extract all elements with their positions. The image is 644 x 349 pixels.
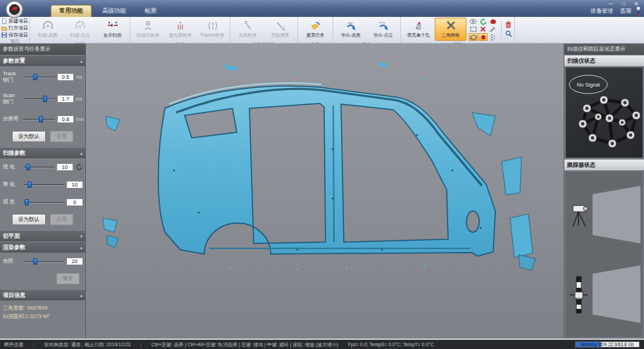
section-header-parameter-settings[interactable]: 参数设置▴	[0, 56, 85, 66]
scan-pointcloud-button[interactable]: 扫描-点云	[64, 18, 96, 41]
section-header-project-info[interactable]: 项目信息▴	[0, 290, 85, 300]
ribbon-group-edit: 填充单个孔 三角网格	[401, 17, 515, 43]
track-shutter-value[interactable]: 0.5	[57, 73, 74, 81]
resolution-value[interactable]: 0.8	[57, 115, 74, 123]
scan-pointcloud-icon	[75, 20, 86, 31]
track-shutter-slider[interactable]	[23, 74, 55, 80]
parameters-panel-title: 参数设置与任务显示	[0, 44, 85, 55]
mouse-hints: Ctrl+左键: 选择 | Ctrl+Alt+左键: 取消选择 | 左键: 移动…	[151, 341, 338, 348]
menu-device-management[interactable]: 设备管理	[590, 7, 613, 15]
simplify-row: 简 化 10	[0, 176, 85, 193]
help-icon[interactable]	[635, 6, 642, 15]
section-header-render-parameters[interactable]: 渲染参数▴	[0, 242, 85, 253]
open-folder-icon	[1, 25, 7, 31]
lighting-value[interactable]: 20	[66, 258, 83, 265]
tracker-1-icon	[573, 205, 588, 227]
tab-inspection[interactable]: 检测	[137, 6, 164, 17]
start-measure-icon	[275, 20, 286, 31]
connection-status: 断开连接	[4, 341, 23, 348]
track-shutter-label-2: 快门	[3, 77, 13, 83]
collapse-arrow-icon: ▴	[80, 58, 82, 63]
set-default-button[interactable]: 设为默认	[12, 214, 46, 225]
merge-scan-button[interactable]: 合并扫描	[97, 18, 128, 41]
save-project-button[interactable]: 保存项目	[1, 32, 28, 38]
export-pointcloud-icon	[378, 20, 389, 31]
scanner-calibration-button[interactable]: 扫描仪校准	[132, 18, 163, 41]
resolution-slider[interactable]	[23, 116, 55, 122]
memory-text: Memory 36% 22.9/63.8 Gb	[576, 342, 639, 347]
apply-button[interactable]: 应用	[50, 131, 73, 142]
scan-shutter-slider[interactable]	[23, 96, 55, 102]
status-panel-title: 扫描仪和跟踪器状态显示	[564, 44, 644, 55]
simplify-slider[interactable]	[23, 182, 64, 188]
scan-surface-button[interactable]: 扫描-表面	[32, 18, 63, 41]
slider-thumb[interactable]	[33, 258, 37, 265]
fill-slider[interactable]	[23, 199, 64, 205]
start-measure-label: 开始测量	[271, 32, 290, 39]
section-header-scan-parameters[interactable]: 扫描参数▴	[0, 148, 85, 158]
section-header-tracker-status[interactable]: 跟踪器状态	[564, 159, 644, 170]
optimize-label: 优 化	[3, 164, 21, 170]
stylus-calibration-button[interactable]: 光笔校准	[232, 18, 264, 41]
track-shutter-row: Track快门 0.5 ms	[0, 66, 85, 88]
save-disk-icon	[1, 32, 7, 38]
reset-task-button[interactable]: 重置任务	[299, 18, 331, 41]
vertices-icon[interactable]	[488, 33, 497, 41]
app-logo[interactable]	[6, 1, 23, 18]
slider-thumb[interactable]	[25, 199, 29, 205]
scan-shutter-value[interactable]: 1.7	[57, 95, 74, 103]
optimize-slider[interactable]	[23, 164, 54, 170]
reset-render-button[interactable]: 重置	[56, 273, 80, 284]
triangle-count-row: 三角形数: 5487699	[3, 304, 82, 313]
new-project-button[interactable]: 新建项目	[1, 18, 28, 24]
slider-thumb[interactable]	[33, 74, 37, 80]
export-surface-icon	[345, 20, 357, 31]
refresh-selection-icon[interactable]	[478, 18, 488, 25]
red-region-icon[interactable]	[488, 18, 497, 25]
optimize-refresh-icon[interactable]	[75, 163, 83, 171]
slider-thumb[interactable]	[39, 116, 43, 122]
collapse-arrow-icon: ▴	[80, 293, 82, 298]
menu-options[interactable]: 选项	[620, 7, 631, 15]
rectangle-select-icon[interactable]	[469, 25, 478, 33]
triangle-count-value: 5487699	[27, 305, 47, 311]
section-header-scanner-status[interactable]: 扫描仪状态	[564, 55, 644, 66]
open-project-button[interactable]: 打开项目	[1, 25, 28, 31]
zoom-selection-icon[interactable]	[504, 30, 513, 38]
export-pointcloud-button[interactable]: 导出-点云	[367, 18, 399, 41]
show-hide-eye-icon[interactable]	[469, 18, 478, 25]
section-title: 切平面	[3, 232, 20, 240]
start-measure-button[interactable]: 开始测量	[264, 18, 296, 41]
triangulate-mesh-button[interactable]: 三角网格	[435, 18, 466, 41]
delete-selection-icon[interactable]	[478, 25, 488, 33]
brush-select-icon[interactable]	[488, 25, 497, 33]
tracker-2-row	[567, 264, 641, 324]
section-header-cut-plane[interactable]: 切平面▾	[0, 231, 85, 241]
tab-common-functions[interactable]: 常用功能	[51, 5, 92, 17]
export-surface-button[interactable]: 导出-表面	[335, 18, 366, 41]
viewport-3d[interactable]	[86, 44, 564, 338]
optimize-value[interactable]: 10	[56, 163, 73, 171]
scan-fragment	[107, 235, 118, 248]
laser-calibration-button[interactable]: 激光线校准	[164, 18, 196, 41]
point-select-icon[interactable]	[478, 33, 488, 41]
simplify-value[interactable]: 10	[66, 181, 83, 189]
tracker-calibration-button[interactable]: Tracker校准	[197, 18, 228, 41]
slider-thumb[interactable]	[27, 182, 32, 188]
title-bar: ─ □ ✕ 常用功能 高级功能 检测 设备管理 选项	[0, 0, 644, 17]
set-default-button[interactable]: 设为默认	[12, 131, 46, 142]
scan-fragment	[103, 218, 117, 232]
slider-thumb[interactable]	[43, 96, 47, 102]
fill-value[interactable]: 0	[66, 198, 83, 206]
ellipse-select-icon[interactable]	[469, 33, 478, 41]
slider-thumb[interactable]	[26, 164, 30, 170]
triangulate-mesh-icon	[445, 20, 457, 31]
ribbon-tabs: 常用功能 高级功能 检测	[51, 5, 164, 17]
apply-button[interactable]: 应用	[50, 214, 73, 225]
scan-shutter-unit: ms	[76, 96, 83, 101]
lighting-slider[interactable]	[23, 258, 64, 265]
trash-icon[interactable]	[504, 21, 513, 29]
fill-single-hole-button[interactable]: 填充单个孔	[402, 18, 434, 41]
tab-advanced-functions[interactable]: 高级功能	[94, 6, 134, 17]
section-title: 项目信息	[3, 291, 25, 299]
